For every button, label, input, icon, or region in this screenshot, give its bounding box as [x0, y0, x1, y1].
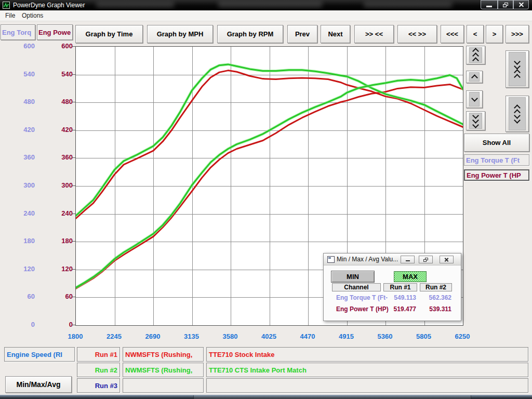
scale-down-button[interactable] — [466, 90, 483, 108]
power-tick-label: 60 — [42, 292, 73, 300]
run-description-field-2[interactable]: TTE710 CTS Intake Port Match — [206, 363, 528, 377]
power-tick-label: 600 — [42, 42, 73, 50]
rpm-tick-label: 2245 — [99, 332, 130, 340]
menu-bar: File Options — [0, 10, 532, 21]
x-channel-label[interactable]: Engine Speed (RI — [4, 347, 75, 362]
menu-options[interactable]: Options — [20, 11, 45, 20]
minmax-close-button[interactable] — [440, 256, 454, 263]
torque-channel-label[interactable]: Eng Torque T (Ft — [464, 154, 529, 166]
scroll-far-left-button[interactable]: <<< — [441, 25, 464, 43]
rpm-tick-label: 4025 — [254, 332, 285, 340]
minmaxavg-button[interactable]: Min/Max/Avg — [5, 376, 72, 393]
run-label-1[interactable]: Run #1 — [77, 347, 120, 362]
rpm-tick-label: 3135 — [176, 332, 207, 340]
taskbar-app-segment — [193, 395, 471, 399]
torque-channel-tab[interactable]: Eng Torq — [1, 24, 35, 40]
run-label-2[interactable]: Run #2 — [77, 363, 120, 377]
power-channel-tab[interactable]: Eng Powe — [37, 24, 73, 40]
power-tick-label: 360 — [42, 153, 73, 161]
graph-by-rpm-button[interactable]: Graph by RPM — [217, 25, 283, 43]
chevron-down-icon — [471, 95, 478, 102]
torque-tick-label: 420 — [4, 126, 35, 134]
close-icon — [518, 2, 524, 8]
rpm-tick-label: 4915 — [331, 332, 362, 340]
torque-tick-label: 240 — [4, 209, 35, 217]
minmax-value-cell: 549.113 — [380, 294, 416, 301]
restore-icon — [503, 3, 508, 7]
rpm-tick-label: 5360 — [369, 332, 401, 340]
run-description-field-1[interactable]: TTE710 Stock Intake — [206, 347, 528, 362]
next-button[interactable]: Next — [321, 25, 350, 43]
prev-button[interactable]: Prev — [287, 25, 317, 43]
power-tick-label: 480 — [42, 98, 73, 105]
aero-blur-artifact — [364, 2, 452, 8]
min-toggle-button[interactable]: MIN — [331, 271, 375, 283]
power-tick-label: 180 — [42, 237, 73, 245]
torque-tick-label: 300 — [4, 181, 35, 189]
close-icon — [444, 257, 449, 262]
minmax-window-title: Min / Max / Avg Valu... — [337, 256, 398, 263]
app-icon — [3, 2, 10, 9]
torque-tick-label: 600 — [4, 42, 35, 50]
chevron-up-icon — [471, 74, 478, 81]
torque-tick-label: 60 — [4, 292, 35, 300]
minimize-button[interactable] — [481, 0, 498, 9]
scale-up-button[interactable] — [466, 71, 483, 83]
taskbar-edge — [0, 395, 532, 399]
rpm-tick-label: 1800 — [60, 332, 91, 340]
power-tick-label: 300 — [42, 181, 73, 189]
minmax-minimize-button[interactable] — [401, 256, 415, 263]
power-tick-label: 420 — [42, 126, 73, 134]
torque-tick-label: 180 — [4, 237, 35, 245]
power-channel-label[interactable]: Eng Power T (HP — [464, 169, 529, 181]
show-all-button[interactable]: Show All — [464, 134, 529, 152]
rpm-tick-label: 4470 — [292, 332, 323, 340]
scale-up-fast-button[interactable] — [466, 46, 485, 64]
run-file-field-2[interactable]: NWMSFTS (Rushing, — [123, 363, 204, 377]
aero-blur-artifact — [96, 2, 174, 8]
minmax-restore-button[interactable] — [419, 256, 433, 263]
minimize-icon — [406, 260, 410, 261]
aero-blur-artifact — [218, 2, 322, 8]
scroll-far-right-button[interactable]: >>> — [506, 25, 529, 43]
menu-file[interactable]: File — [3, 11, 17, 20]
expand-vertical-button[interactable] — [506, 96, 529, 132]
powerdyne-app-window: PowerDyne Graph Viewer File Options Eng … — [0, 0, 532, 399]
expand-x-range-button[interactable]: << >> — [397, 25, 437, 43]
minmax-col-header[interactable]: Run #1 — [383, 283, 417, 291]
minmax-col-header[interactable]: Channel — [332, 283, 381, 291]
chevron-down-icon — [472, 122, 479, 128]
run-description-field-3[interactable] — [206, 378, 528, 393]
rpm-tick-label: 3580 — [215, 332, 246, 340]
compress-vertical-button[interactable] — [506, 50, 529, 88]
restore-button[interactable] — [498, 0, 513, 9]
scroll-left-button[interactable]: < — [467, 25, 484, 43]
minmax-value-cell: 539.311 — [415, 305, 451, 313]
chevron-up-icon — [514, 74, 521, 81]
close-button[interactable] — [513, 0, 529, 9]
graph-by-mph-button[interactable]: Graph by MPH — [147, 25, 213, 43]
run-file-field-3[interactable] — [123, 378, 204, 393]
torque-tick-label: 480 — [4, 98, 35, 105]
max-toggle-button[interactable]: MAX — [394, 271, 427, 282]
minmax-title-bar[interactable]: Min / Max / Avg Valu... — [324, 254, 461, 265]
graph-by-time-button[interactable]: Graph by Time — [75, 25, 143, 43]
minmax-window[interactable]: Min / Max / Avg Valu... MIN MAX ChannelR… — [323, 253, 461, 321]
torque-tick-label: 0 — [4, 321, 35, 328]
torque-tick-label: 360 — [4, 153, 35, 161]
power-tick-label: 0 — [42, 321, 73, 328]
run-file-field-1[interactable]: NWMSFTS (Rushing, — [123, 347, 204, 362]
minmax-window-icon — [327, 256, 335, 263]
scroll-right-button[interactable]: > — [486, 25, 503, 43]
chevron-down-icon — [514, 63, 521, 70]
title-bar: PowerDyne Graph Viewer — [0, 0, 532, 10]
run-label-3[interactable]: Run #3 — [77, 378, 120, 393]
scale-down-fast-button[interactable] — [466, 111, 485, 130]
minmax-value-cell: 519.477 — [380, 305, 416, 313]
shrink-x-range-button[interactable]: >> << — [354, 25, 394, 43]
rpm-tick-label: 6250 — [447, 332, 478, 340]
torque-tick-label: 120 — [4, 265, 35, 273]
minmax-col-header[interactable]: Run #2 — [420, 283, 452, 291]
window-title: PowerDyne Graph Viewer — [13, 2, 85, 9]
chevron-up-icon — [472, 57, 479, 64]
